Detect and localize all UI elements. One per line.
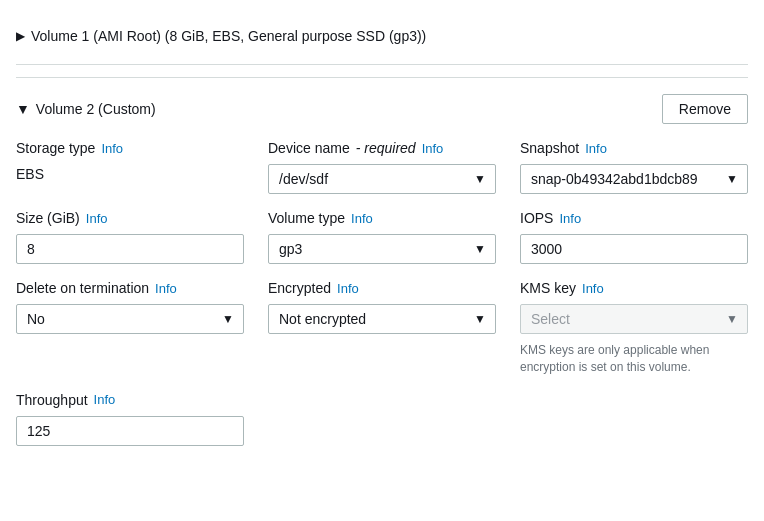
size-info-link[interactable]: Info: [86, 211, 108, 226]
form-row-2: Size (GiB) Info Volume type Info gp2 gp3…: [16, 210, 748, 264]
snapshot-field: Snapshot Info snap-0b49342abd1bdcb89 ▼: [520, 140, 748, 194]
device-name-label: Device name - required Info: [268, 140, 496, 156]
size-field: Size (GiB) Info: [16, 210, 244, 264]
volume-type-field: Volume type Info gp2 gp3 io1 io2 sc1 st1…: [268, 210, 496, 264]
throughput-row: Throughput Info: [16, 392, 748, 446]
volume1-section: ▶ Volume 1 (AMI Root) (8 GiB, EBS, Gener…: [16, 16, 748, 65]
iops-field: IOPS Info: [520, 210, 748, 264]
kms-hint-text: KMS keys are only applicable when encryp…: [520, 342, 748, 376]
delete-on-termination-label: Delete on termination Info: [16, 280, 244, 296]
storage-type-label: Storage type Info: [16, 140, 244, 156]
throughput-input[interactable]: [16, 416, 244, 446]
throughput-label: Throughput Info: [16, 392, 244, 408]
snapshot-info-link[interactable]: Info: [585, 141, 607, 156]
size-label: Size (GiB) Info: [16, 210, 244, 226]
volume-type-label: Volume type Info: [268, 210, 496, 226]
delete-on-termination-select[interactable]: Yes No: [16, 304, 244, 334]
throughput-info-link[interactable]: Info: [94, 392, 116, 407]
kms-key-label: KMS key Info: [520, 280, 748, 296]
device-name-required: - required: [356, 140, 416, 156]
device-name-select[interactable]: /dev/sdf: [268, 164, 496, 194]
kms-key-select-wrapper: Select ▼: [520, 304, 748, 334]
encrypted-select-wrapper: Not encrypted Encrypted ▼: [268, 304, 496, 334]
volume2-title: Volume 2 (Custom): [36, 101, 156, 117]
kms-key-select[interactable]: Select: [520, 304, 748, 334]
volume2-collapse-arrow[interactable]: ▼: [16, 101, 30, 117]
volume1-header[interactable]: ▶ Volume 1 (AMI Root) (8 GiB, EBS, Gener…: [16, 16, 748, 52]
size-input[interactable]: [16, 234, 244, 264]
device-name-field: Device name - required Info /dev/sdf ▼: [268, 140, 496, 194]
encrypted-select[interactable]: Not encrypted Encrypted: [268, 304, 496, 334]
storage-type-value: EBS: [16, 164, 244, 182]
storage-type-field: Storage type Info EBS: [16, 140, 244, 194]
volume2-title-row: ▼ Volume 2 (Custom): [16, 101, 156, 117]
delete-on-termination-select-wrapper: Yes No ▼: [16, 304, 244, 334]
snapshot-select[interactable]: snap-0b49342abd1bdcb89: [520, 164, 748, 194]
volume1-collapse-arrow: ▶: [16, 29, 25, 43]
volume-type-info-link[interactable]: Info: [351, 211, 373, 226]
volume1-title: Volume 1 (AMI Root) (8 GiB, EBS, General…: [31, 28, 426, 44]
encrypted-info-link[interactable]: Info: [337, 281, 359, 296]
snapshot-label: Snapshot Info: [520, 140, 748, 156]
form-row-3: Delete on termination Info Yes No ▼ Encr…: [16, 280, 748, 376]
volume-type-select-wrapper: gp2 gp3 io1 io2 sc1 st1 standard ▼: [268, 234, 496, 264]
volume2-header: ▼ Volume 2 (Custom) Remove: [16, 77, 748, 140]
storage-type-info-link[interactable]: Info: [101, 141, 123, 156]
iops-label: IOPS Info: [520, 210, 748, 226]
iops-input[interactable]: [520, 234, 748, 264]
encrypted-field: Encrypted Info Not encrypted Encrypted ▼: [268, 280, 496, 376]
snapshot-select-wrapper: snap-0b49342abd1bdcb89 ▼: [520, 164, 748, 194]
form-row-1: Storage type Info EBS Device name - requ…: [16, 140, 748, 194]
encrypted-label: Encrypted Info: [268, 280, 496, 296]
iops-info-link[interactable]: Info: [559, 211, 581, 226]
device-name-info-link[interactable]: Info: [422, 141, 444, 156]
kms-key-field: KMS key Info Select ▼ KMS keys are only …: [520, 280, 748, 376]
kms-key-info-link[interactable]: Info: [582, 281, 604, 296]
volume2-section: ▼ Volume 2 (Custom) Remove Storage type …: [16, 77, 748, 446]
delete-on-termination-field: Delete on termination Info Yes No ▼: [16, 280, 244, 376]
delete-on-termination-info-link[interactable]: Info: [155, 281, 177, 296]
volume-type-select[interactable]: gp2 gp3 io1 io2 sc1 st1 standard: [268, 234, 496, 264]
remove-button[interactable]: Remove: [662, 94, 748, 124]
device-name-select-wrapper: /dev/sdf ▼: [268, 164, 496, 194]
throughput-field: Throughput Info: [16, 392, 244, 446]
